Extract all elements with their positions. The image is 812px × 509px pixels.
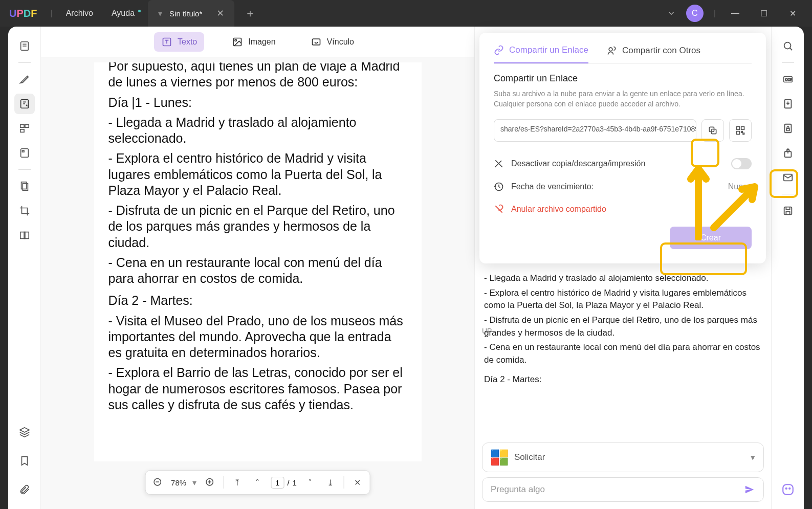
doc-paragraph: Día |1 - Lunes:: [108, 95, 407, 110]
organize-tool-icon[interactable]: [14, 118, 35, 139]
ai-chat-icon[interactable]: [778, 479, 798, 500]
crop-tool-icon[interactable]: [14, 201, 35, 221]
history-icon: [494, 182, 504, 192]
save-icon[interactable]: [778, 201, 798, 221]
zoom-out-icon[interactable]: [150, 475, 165, 490]
doc-paragraph: - Explora el centro histórico de Madrid …: [108, 150, 407, 198]
svg-rect-4: [20, 125, 24, 128]
doc-paragraph: - Llegada a Madrid y traslado al alojami…: [108, 115, 407, 147]
svg-rect-5: [25, 125, 28, 128]
ocr-icon[interactable]: OCR: [778, 69, 798, 90]
sidebar-right: OCR: [771, 27, 804, 509]
share-others-tab[interactable]: Compartir con Otros: [607, 45, 700, 63]
svg-rect-17: [312, 39, 320, 45]
link-tool-label: Vínculo: [327, 37, 354, 47]
share-panel: Compartir un Enlace Compartir con Otros …: [479, 33, 766, 263]
menu-help[interactable]: Ayuda: [102, 9, 144, 18]
current-page[interactable]: 1: [271, 477, 284, 489]
reader-mode-icon[interactable]: [14, 36, 35, 56]
separator: |: [50, 9, 52, 18]
tab-close-icon[interactable]: ✕: [216, 8, 224, 19]
page-indicator[interactable]: 1 / 1: [271, 477, 297, 489]
doc-paragraph: - Explora el Barrio de las Letras, conoc…: [108, 365, 407, 413]
zoom-in-icon[interactable]: [203, 475, 217, 490]
expiry-value[interactable]: Nunca: [728, 182, 752, 191]
window-maximize-icon[interactable]: ☐: [755, 9, 773, 18]
svg-rect-30: [741, 131, 743, 133]
image-tool[interactable]: Imagen: [225, 32, 282, 52]
copy-link-button[interactable]: [701, 119, 724, 142]
doc-paragraph: Por supuesto, aquí tienes un plan de via…: [108, 62, 407, 91]
tab-add-icon[interactable]: ＋: [245, 6, 256, 21]
layers-icon[interactable]: [14, 422, 35, 442]
link-tool[interactable]: Vínculo: [303, 32, 361, 52]
document-page[interactable]: Por supuesto, aquí tienes un plan de via…: [94, 62, 422, 461]
protect-icon[interactable]: [778, 118, 798, 139]
link-icon: [311, 36, 322, 48]
first-page-icon[interactable]: ⤒: [230, 475, 244, 490]
next-page-icon[interactable]: ˅: [303, 475, 317, 490]
ask-placeholder: Pregunta algo: [491, 484, 545, 495]
share-heading: Compartir un Enlace: [494, 73, 752, 84]
link-icon: [494, 45, 504, 55]
svg-rect-7: [20, 149, 28, 158]
convert-icon[interactable]: [778, 94, 798, 114]
doc-paragraph: - Disfruta de un picnic en el Parque del…: [108, 203, 407, 251]
disable-copy-label: Desactivar copia/descarga/impresión: [511, 159, 645, 168]
zoom-dropdown-icon[interactable]: ▾: [192, 478, 196, 488]
image-tool-label: Imagen: [248, 37, 275, 47]
svg-point-24: [609, 48, 612, 51]
edit-toolbar: Texto Imagen Vínculo: [41, 27, 474, 57]
send-icon[interactable]: [744, 484, 755, 495]
search-icon[interactable]: [778, 36, 798, 56]
share-link-tab-label: Compartir un Enlace: [509, 45, 588, 55]
bookmark-icon[interactable]: [14, 451, 35, 471]
share-link-input[interactable]: share/es-ES?shareId=2a2770a3-45b3-4b4b-a…: [494, 119, 696, 142]
create-button[interactable]: Crear: [670, 227, 752, 249]
last-page-icon[interactable]: ⤓: [323, 475, 338, 490]
attachment-icon[interactable]: [14, 479, 35, 500]
text-tool[interactable]: Texto: [154, 32, 204, 52]
disable-icon: [494, 159, 504, 169]
svg-point-34: [784, 42, 791, 49]
prev-page-icon[interactable]: ˄: [250, 475, 265, 490]
total-pages: 1: [293, 478, 297, 487]
svg-rect-40: [786, 128, 789, 131]
svg-rect-43: [784, 207, 792, 215]
dropdown-icon[interactable]: [667, 9, 676, 18]
expiry-label: Fecha de vencimiento:: [511, 182, 594, 191]
sparkle-icon: 🟦🟨🟥🟩: [491, 449, 508, 466]
window-minimize-icon[interactable]: —: [726, 9, 744, 18]
expiry-option: Fecha de vencimiento: Nunca: [494, 175, 752, 198]
ai-response: - Llegada a Madrid y traslado al alojami…: [482, 272, 764, 437]
svg-point-16: [235, 39, 236, 41]
svg-rect-6: [20, 129, 24, 132]
zoom-value[interactable]: 78%: [171, 478, 186, 487]
doc-paragraph: - Cena en un restaurante local con menú …: [108, 255, 407, 287]
window-close-icon[interactable]: ✕: [783, 9, 802, 18]
form-tool-icon[interactable]: [14, 143, 35, 163]
ai-line: - Disfruta de un picnic en el Parque del…: [484, 314, 762, 339]
text-icon: [161, 36, 172, 48]
share-link-tab[interactable]: Compartir un Enlace: [494, 45, 588, 63]
edit-tool-icon[interactable]: [14, 94, 35, 114]
close-zoom-icon[interactable]: ✕: [350, 475, 365, 490]
ai-line: - Cena en un restaurante local con menú …: [484, 341, 762, 366]
compare-tool-icon[interactable]: [14, 225, 35, 246]
comment-tool-icon[interactable]: [14, 69, 35, 90]
document-tab[interactable]: ▾ Sin título* ✕: [148, 0, 234, 27]
ask-input[interactable]: Pregunta algo: [482, 477, 764, 502]
tab-dropdown-icon[interactable]: ▾: [158, 9, 162, 18]
share-icon[interactable]: [778, 143, 798, 163]
email-icon[interactable]: [778, 167, 798, 188]
qr-code-button[interactable]: [729, 119, 752, 142]
redact-tool-icon[interactable]: [14, 176, 35, 196]
solicitar-button[interactable]: 🟦🟨🟥🟩 Solicitar ▾: [482, 442, 764, 472]
menu-file[interactable]: Archivo: [57, 9, 102, 18]
user-avatar[interactable]: C: [686, 5, 704, 22]
cancel-share-option[interactable]: Anular archivo compartido: [494, 198, 752, 220]
svg-rect-29: [737, 131, 740, 135]
document-viewport[interactable]: Por supuesto, aquí tienes un plan de via…: [41, 57, 474, 509]
chevron-down-icon: ▾: [751, 452, 755, 463]
disable-copy-toggle[interactable]: [731, 158, 752, 169]
